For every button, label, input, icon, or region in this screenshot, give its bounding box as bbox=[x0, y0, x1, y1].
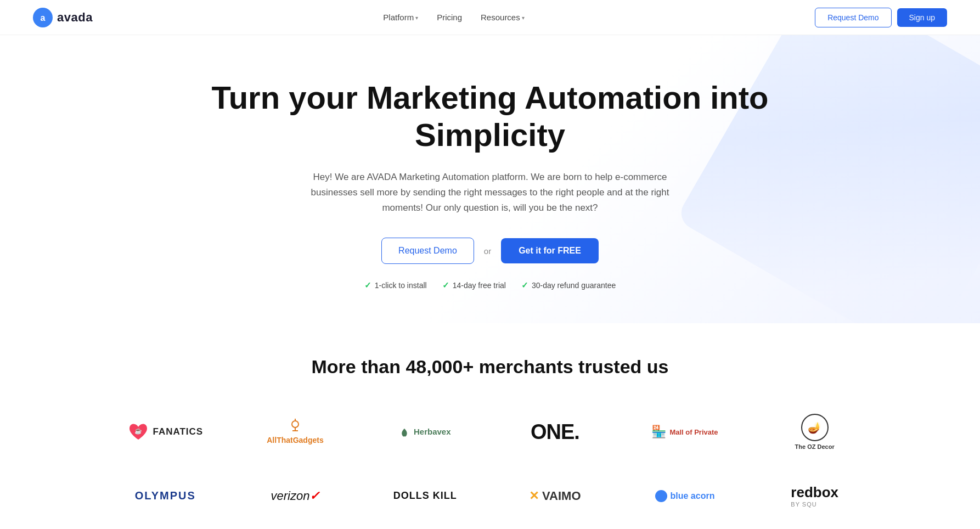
logo-mallofprivate: 🏪 Mall of Private bbox=[626, 405, 745, 459]
redbox-label: redbox bbox=[791, 484, 838, 501]
dollskill-label: DOLLS KILL bbox=[393, 490, 457, 502]
blueacorn-label: blue acorn bbox=[671, 491, 715, 501]
check-refund-icon: ✓ bbox=[521, 280, 528, 290]
hero-cta-group: Request Demo or Get it for FREE bbox=[33, 238, 947, 264]
hero-section: Turn your Marketing Automation into Simp… bbox=[0, 35, 980, 323]
nav-pricing[interactable]: Pricing bbox=[429, 8, 470, 26]
logo-blueacorn: blue acorn bbox=[626, 475, 745, 516]
check-trial-icon: ✓ bbox=[442, 280, 449, 290]
herbavex-label: Herbavex bbox=[399, 427, 451, 437]
ozdecor-label: The OZ Decor bbox=[795, 443, 835, 450]
logo-vaimo: ✕ VAIMO bbox=[495, 475, 615, 516]
vaimo-x-icon: ✕ bbox=[529, 489, 539, 503]
herbavex-leaf-icon bbox=[399, 427, 409, 437]
logo-herbavex: Herbavex bbox=[365, 405, 485, 459]
trusted-heading: More than 48,000+ merchants trusted us bbox=[33, 356, 947, 378]
allthatgadgets-label: AllThatGadgets bbox=[267, 436, 323, 444]
site-header: a avada Platform ▾ Pricing Resources ▾ R… bbox=[0, 0, 980, 35]
fanatics-label: FANATICS bbox=[153, 426, 203, 437]
logo-text: avada bbox=[57, 10, 93, 25]
blueacorn-dot-icon bbox=[655, 490, 667, 502]
svg-text:☕: ☕ bbox=[134, 427, 142, 435]
verizon-check-icon: ✓ bbox=[309, 489, 319, 503]
badge-trial: ✓ 14-day free trial bbox=[442, 280, 506, 290]
avada-logo-icon: a bbox=[33, 8, 53, 27]
header-buttons: Request Demo Sign up bbox=[815, 8, 947, 27]
logo-ozdecor: 🪔 The OZ Decor bbox=[755, 405, 874, 459]
svg-text:a: a bbox=[41, 13, 46, 22]
allthatgadgets-icon bbox=[288, 419, 303, 434]
nav-resources[interactable]: Resources ▾ bbox=[473, 8, 532, 26]
platform-chevron-icon: ▾ bbox=[415, 15, 418, 21]
resources-chevron-icon: ▾ bbox=[522, 15, 525, 21]
logo-olympus: OLYMPUS bbox=[106, 475, 225, 516]
badge-refund: ✓ 30-day refund guarantee bbox=[521, 280, 616, 290]
logo-verizon: verizon✓ bbox=[236, 475, 355, 516]
vaimo-label: VAIMO bbox=[542, 489, 581, 503]
logo-one: ONE. bbox=[495, 405, 615, 459]
hero-or-text: or bbox=[484, 246, 491, 256]
svg-point-3 bbox=[292, 421, 298, 427]
logo-fanatics: ☕ FANATICS bbox=[106, 405, 225, 459]
header-request-demo-button[interactable]: Request Demo bbox=[815, 8, 891, 27]
redbox-sub-label: BY SQU bbox=[791, 501, 816, 508]
hero-badges: ✓ 1-click to install ✓ 14-day free trial… bbox=[33, 280, 947, 290]
trusted-section: More than 48,000+ merchants trusted us ☕… bbox=[0, 323, 980, 529]
hero-request-demo-button[interactable]: Request Demo bbox=[381, 238, 474, 264]
logo-redbox: redbox BY SQU bbox=[755, 475, 874, 516]
logos-grid: ☕ FANATICS AllThatGadgets bbox=[106, 405, 874, 516]
logo[interactable]: a avada bbox=[33, 8, 93, 27]
logo-allthatgadgets: AllThatGadgets bbox=[236, 405, 355, 459]
ozdecor-circle-icon: 🪔 bbox=[801, 414, 829, 441]
one-label: ONE. bbox=[531, 420, 579, 444]
main-nav: Platform ▾ Pricing Resources ▾ bbox=[375, 8, 532, 26]
fanatics-heart-icon: ☕ bbox=[127, 422, 149, 442]
hero-headline: Turn your Marketing Automation into Simp… bbox=[188, 79, 792, 154]
header-signup-button[interactable]: Sign up bbox=[897, 8, 947, 27]
hero-get-free-button[interactable]: Get it for FREE bbox=[501, 238, 599, 263]
hero-subtitle: Hey! We are AVADA Marketing Automation p… bbox=[292, 170, 688, 216]
mallofprivate-icon: 🏪 bbox=[651, 425, 666, 439]
check-install-icon: ✓ bbox=[364, 280, 371, 290]
badge-install: ✓ 1-click to install bbox=[364, 280, 427, 290]
mallofprivate-label: Mall of Private bbox=[669, 428, 718, 436]
olympus-label: OLYMPUS bbox=[135, 489, 196, 502]
verizon-label: verizon✓ bbox=[271, 489, 320, 503]
logo-dollskill: DOLLS KILL bbox=[365, 475, 485, 516]
nav-platform[interactable]: Platform ▾ bbox=[375, 8, 426, 26]
